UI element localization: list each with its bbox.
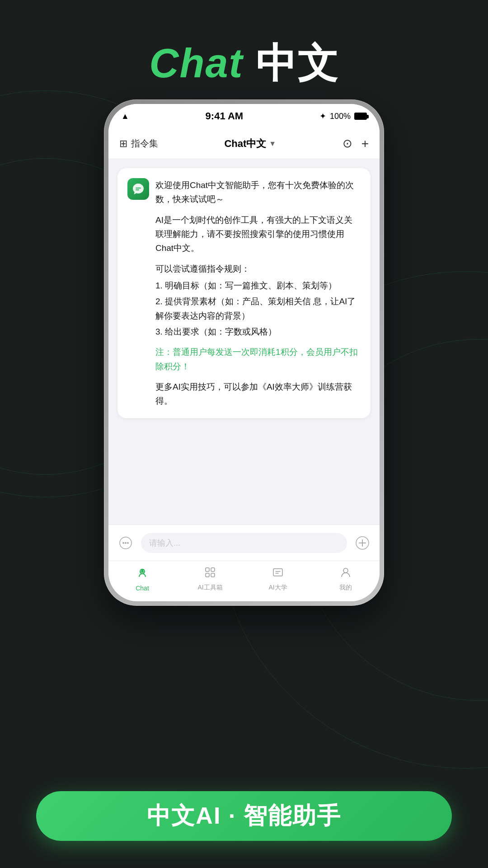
attach-button[interactable] — [352, 533, 372, 553]
status-icons: ✦ 100% — [319, 111, 367, 121]
title-chinese: 中文 — [256, 41, 339, 86]
tab-profile-label: 我的 — [339, 584, 352, 592]
chat-area: 欢迎使用Chat中文智能助手，您有十次免费体验的次数，快来试试吧～ AI是一个划… — [108, 159, 380, 524]
svg-point-9 — [143, 571, 144, 571]
tab-tools-label: AI工具箱 — [197, 584, 222, 592]
svg-rect-12 — [206, 573, 209, 577]
msg-body5: 3. 给出要求（如：字数或风格） — [155, 325, 361, 339]
msg-intro: 欢迎使用Chat中文智能助手，您有十次免费体验的次数，快来试试吧～ — [155, 178, 361, 207]
cta-button[interactable]: 中文AI · 智能助手 — [36, 791, 452, 841]
tab-university[interactable]: AI大学 — [244, 566, 312, 592]
battery-icon — [354, 113, 367, 120]
svg-point-17 — [343, 568, 348, 573]
input-placeholder: 请输入... — [149, 538, 180, 548]
status-bar: ▲ 9:41 AM ✦ 100% — [108, 104, 380, 128]
mic-button[interactable] — [116, 533, 136, 553]
tab-tools-icon — [204, 566, 216, 582]
tab-profile[interactable]: 我的 — [312, 566, 380, 592]
page-title: Chat 中文 — [0, 36, 488, 91]
nav-right: ⊙ + — [343, 137, 369, 151]
svg-rect-11 — [211, 568, 215, 571]
tab-profile-icon — [339, 566, 352, 582]
msg-footer: 更多AI实用技巧，可以参加《AI效率大师》训练营获得。 — [155, 380, 361, 408]
msg-body3: 1. 明确目标（如：写一篇推文、剧本、策划等） — [155, 278, 361, 292]
message-input[interactable]: 请输入... — [141, 533, 347, 553]
msg-body2: 可以尝试遵循指令规则： — [155, 262, 361, 276]
ai-message-bubble: 欢迎使用Chat中文智能助手，您有十次免费体验的次数，快来试试吧～ AI是一个划… — [117, 168, 371, 418]
tab-chat[interactable]: Chat — [108, 566, 176, 592]
svg-rect-14 — [273, 569, 282, 576]
ai-message-content: 欢迎使用Chat中文智能助手，您有十次免费体验的次数，快来试试吧～ AI是一个划… — [155, 178, 361, 408]
nav-left[interactable]: ⊞ 指令集 — [119, 137, 158, 150]
tab-bar: Chat AI工具箱 — [108, 561, 380, 601]
msg-notice: 注：普通用户每发送一次即消耗1积分，会员用户不扣除积分！ — [155, 345, 361, 373]
commands-icon: ⊞ — [119, 138, 127, 150]
ai-avatar — [127, 178, 149, 200]
tab-chat-icon — [136, 566, 149, 583]
status-time: 9:41 AM — [206, 110, 244, 122]
tab-tools[interactable]: AI工具箱 — [176, 566, 244, 592]
msg-body4: 2. 提供背景素材（如：产品、策划相关信 息，让AI了解你要表达内容的背景） — [155, 294, 361, 323]
cta-text: 中文AI · 智能助手 — [147, 800, 341, 832]
svg-rect-13 — [211, 573, 215, 577]
input-area: 请输入... — [108, 524, 380, 561]
tab-chat-label: Chat — [136, 585, 149, 592]
svg-rect-10 — [206, 568, 209, 571]
nav-center-title[interactable]: Chat中文 ▼ — [224, 137, 276, 151]
title-chat: Chat — [149, 41, 243, 86]
tab-university-label: AI大学 — [268, 584, 287, 592]
nav-bar: ⊞ 指令集 Chat中文 ▼ ⊙ + — [108, 128, 380, 159]
bluetooth-icon: ✦ — [319, 111, 326, 121]
battery-text: 100% — [330, 112, 351, 121]
svg-point-1 — [122, 542, 124, 544]
nav-title-text: Chat中文 — [224, 137, 266, 151]
svg-point-3 — [127, 542, 129, 544]
svg-point-8 — [141, 571, 141, 571]
msg-body1: AI是一个划时代的创作工具，有强大的上下文语义关联理解能力，请不要按照搜索引擎的… — [155, 213, 361, 255]
commands-label: 指令集 — [131, 137, 158, 150]
add-conversation-icon[interactable]: + — [361, 137, 369, 151]
svg-point-2 — [125, 542, 127, 544]
tab-university-icon — [272, 566, 284, 582]
dropdown-icon: ▼ — [269, 140, 276, 148]
wifi-icon: ▲ — [121, 112, 129, 121]
phone-mockup: ▲ 9:41 AM ✦ 100% ⊞ 指令集 Chat中文 — [104, 99, 384, 606]
history-icon[interactable]: ⊙ — [343, 137, 352, 151]
